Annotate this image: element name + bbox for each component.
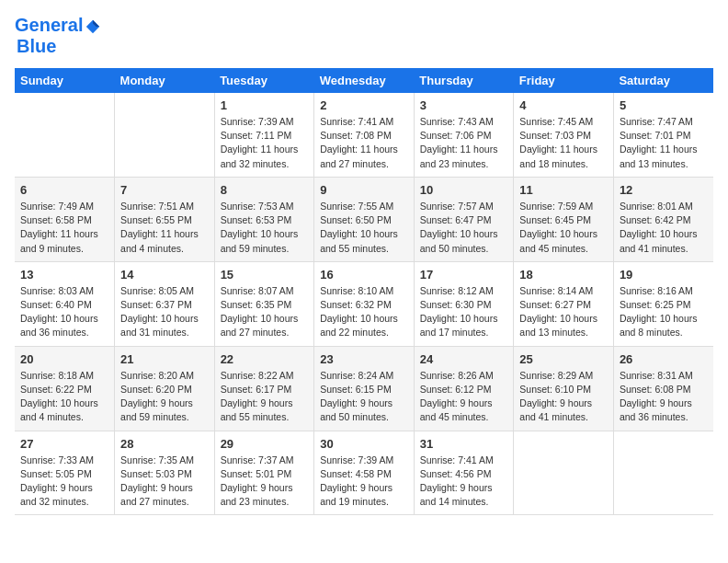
day-number: 18 bbox=[519, 268, 608, 282]
calendar-cell: 24Sunrise: 8:26 AMSunset: 6:12 PMDayligh… bbox=[414, 346, 514, 431]
calendar-cell: 14Sunrise: 8:05 AMSunset: 6:37 PMDayligh… bbox=[115, 261, 215, 346]
day-number: 11 bbox=[519, 183, 608, 197]
cell-details: Sunrise: 7:43 AMSunset: 7:06 PMDaylight:… bbox=[420, 116, 498, 169]
day-number: 17 bbox=[420, 268, 508, 282]
day-number: 3 bbox=[420, 98, 508, 112]
day-number: 6 bbox=[20, 183, 108, 197]
day-number: 9 bbox=[320, 183, 408, 197]
calendar-week-row: 6Sunrise: 7:49 AMSunset: 6:58 PMDaylight… bbox=[15, 177, 713, 261]
day-number: 24 bbox=[420, 352, 508, 366]
calendar-week-row: 20Sunrise: 8:18 AMSunset: 6:22 PMDayligh… bbox=[15, 346, 713, 431]
cell-details: Sunrise: 7:41 AMSunset: 7:08 PMDaylight:… bbox=[320, 116, 398, 169]
calendar-cell bbox=[15, 93, 115, 177]
day-number: 16 bbox=[320, 268, 408, 282]
cell-details: Sunrise: 8:03 AMSunset: 6:40 PMDaylight:… bbox=[20, 285, 98, 339]
cell-details: Sunrise: 8:18 AMSunset: 6:22 PMDaylight:… bbox=[20, 370, 98, 423]
cell-details: Sunrise: 7:35 AMSunset: 5:03 PMDaylight:… bbox=[120, 454, 194, 508]
calendar-cell: 11Sunrise: 7:59 AMSunset: 6:45 PMDayligh… bbox=[514, 177, 614, 261]
cell-details: Sunrise: 8:05 AMSunset: 6:37 PMDaylight:… bbox=[120, 285, 199, 339]
cell-details: Sunrise: 8:26 AMSunset: 6:12 PMDaylight:… bbox=[420, 370, 494, 423]
calendar-cell: 18Sunrise: 8:14 AMSunset: 6:27 PMDayligh… bbox=[514, 261, 614, 346]
calendar-cell bbox=[613, 431, 713, 515]
calendar-cell: 1Sunrise: 7:39 AMSunset: 7:11 PMDaylight… bbox=[214, 93, 314, 177]
day-number: 4 bbox=[519, 98, 608, 112]
calendar-cell: 31Sunrise: 7:41 AMSunset: 4:56 PMDayligh… bbox=[414, 431, 514, 515]
day-number: 31 bbox=[420, 437, 508, 451]
day-number: 20 bbox=[20, 352, 108, 366]
day-number: 23 bbox=[320, 352, 408, 366]
day-number: 30 bbox=[320, 437, 408, 451]
weekday-header-thursday: Thursday bbox=[414, 68, 514, 93]
calendar-cell: 16Sunrise: 8:10 AMSunset: 6:32 PMDayligh… bbox=[314, 261, 415, 346]
cell-details: Sunrise: 7:33 AMSunset: 5:05 PMDaylight:… bbox=[20, 454, 94, 508]
logo-text-blue: Blue bbox=[17, 36, 101, 57]
page-header: General Blue bbox=[15, 15, 713, 57]
cell-details: Sunrise: 7:53 AMSunset: 6:53 PMDaylight:… bbox=[221, 201, 299, 254]
cell-details: Sunrise: 8:10 AMSunset: 6:32 PMDaylight:… bbox=[320, 285, 398, 339]
cell-details: Sunrise: 8:20 AMSunset: 6:20 PMDaylight:… bbox=[120, 370, 194, 423]
day-number: 10 bbox=[420, 183, 508, 197]
calendar-cell bbox=[514, 431, 614, 515]
calendar-cell: 13Sunrise: 8:03 AMSunset: 6:40 PMDayligh… bbox=[15, 261, 115, 346]
calendar-cell: 10Sunrise: 7:57 AMSunset: 6:47 PMDayligh… bbox=[414, 177, 514, 261]
day-number: 29 bbox=[221, 437, 309, 451]
calendar-cell: 30Sunrise: 7:39 AMSunset: 4:58 PMDayligh… bbox=[314, 431, 415, 515]
day-number: 7 bbox=[120, 183, 209, 197]
day-number: 15 bbox=[221, 268, 309, 282]
calendar-cell: 12Sunrise: 8:01 AMSunset: 6:42 PMDayligh… bbox=[613, 177, 713, 261]
day-number: 8 bbox=[221, 183, 309, 197]
cell-details: Sunrise: 7:59 AMSunset: 6:45 PMDaylight:… bbox=[519, 201, 597, 254]
day-number: 1 bbox=[221, 98, 309, 112]
cell-details: Sunrise: 7:57 AMSunset: 6:47 PMDaylight:… bbox=[420, 201, 498, 254]
calendar-cell: 3Sunrise: 7:43 AMSunset: 7:06 PMDaylight… bbox=[414, 93, 514, 177]
weekday-header-row: SundayMondayTuesdayWednesdayThursdayFrid… bbox=[15, 68, 713, 93]
cell-details: Sunrise: 7:51 AMSunset: 6:55 PMDaylight:… bbox=[120, 201, 199, 254]
calendar-cell: 26Sunrise: 8:31 AMSunset: 6:08 PMDayligh… bbox=[613, 346, 713, 431]
day-number: 5 bbox=[620, 98, 708, 112]
day-number: 19 bbox=[620, 268, 708, 282]
weekday-header-wednesday: Wednesday bbox=[314, 68, 415, 93]
calendar-cell: 22Sunrise: 8:22 AMSunset: 6:17 PMDayligh… bbox=[214, 346, 314, 431]
calendar-cell: 4Sunrise: 7:45 AMSunset: 7:03 PMDaylight… bbox=[514, 93, 614, 177]
weekday-header-friday: Friday bbox=[514, 68, 614, 93]
cell-details: Sunrise: 7:49 AMSunset: 6:58 PMDaylight:… bbox=[20, 201, 98, 254]
calendar-cell: 15Sunrise: 8:07 AMSunset: 6:35 PMDayligh… bbox=[214, 261, 314, 346]
cell-details: Sunrise: 8:31 AMSunset: 6:08 PMDaylight:… bbox=[620, 370, 693, 423]
cell-details: Sunrise: 8:29 AMSunset: 6:10 PMDaylight:… bbox=[519, 370, 593, 423]
day-number: 14 bbox=[120, 268, 209, 282]
cell-details: Sunrise: 7:41 AMSunset: 4:56 PMDaylight:… bbox=[420, 454, 494, 508]
calendar-cell: 28Sunrise: 7:35 AMSunset: 5:03 PMDayligh… bbox=[115, 431, 215, 515]
calendar-cell: 9Sunrise: 7:55 AMSunset: 6:50 PMDaylight… bbox=[314, 177, 415, 261]
calendar-week-row: 1Sunrise: 7:39 AMSunset: 7:11 PMDaylight… bbox=[15, 93, 713, 177]
calendar-cell: 6Sunrise: 7:49 AMSunset: 6:58 PMDaylight… bbox=[15, 177, 115, 261]
cell-details: Sunrise: 8:22 AMSunset: 6:17 PMDaylight:… bbox=[221, 370, 294, 423]
calendar-cell bbox=[115, 93, 215, 177]
calendar-cell: 20Sunrise: 8:18 AMSunset: 6:22 PMDayligh… bbox=[15, 346, 115, 431]
cell-details: Sunrise: 7:39 AMSunset: 7:11 PMDaylight:… bbox=[221, 116, 299, 169]
cell-details: Sunrise: 8:14 AMSunset: 6:27 PMDaylight:… bbox=[519, 285, 597, 339]
calendar-cell: 8Sunrise: 7:53 AMSunset: 6:53 PMDaylight… bbox=[214, 177, 314, 261]
calendar-cell: 29Sunrise: 7:37 AMSunset: 5:01 PMDayligh… bbox=[214, 431, 314, 515]
day-number: 25 bbox=[519, 352, 608, 366]
day-number: 28 bbox=[120, 437, 209, 451]
weekday-header-monday: Monday bbox=[115, 68, 215, 93]
weekday-header-saturday: Saturday bbox=[613, 68, 713, 93]
day-number: 12 bbox=[620, 183, 708, 197]
calendar-table: SundayMondayTuesdayWednesdayThursdayFrid… bbox=[15, 68, 713, 515]
cell-details: Sunrise: 7:55 AMSunset: 6:50 PMDaylight:… bbox=[320, 201, 398, 254]
logo-text: General bbox=[15, 15, 101, 36]
cell-details: Sunrise: 7:37 AMSunset: 5:01 PMDaylight:… bbox=[221, 454, 294, 508]
cell-details: Sunrise: 8:24 AMSunset: 6:15 PMDaylight:… bbox=[320, 370, 393, 423]
calendar-cell: 21Sunrise: 8:20 AMSunset: 6:20 PMDayligh… bbox=[115, 346, 215, 431]
day-number: 26 bbox=[620, 352, 708, 366]
calendar-cell: 2Sunrise: 7:41 AMSunset: 7:08 PMDaylight… bbox=[314, 93, 415, 177]
day-number: 21 bbox=[120, 352, 209, 366]
cell-details: Sunrise: 7:47 AMSunset: 7:01 PMDaylight:… bbox=[620, 116, 698, 169]
cell-details: Sunrise: 8:12 AMSunset: 6:30 PMDaylight:… bbox=[420, 285, 498, 339]
cell-details: Sunrise: 8:16 AMSunset: 6:25 PMDaylight:… bbox=[620, 285, 698, 339]
calendar-cell: 27Sunrise: 7:33 AMSunset: 5:05 PMDayligh… bbox=[15, 431, 115, 515]
calendar-cell: 17Sunrise: 8:12 AMSunset: 6:30 PMDayligh… bbox=[414, 261, 514, 346]
calendar-cell: 7Sunrise: 7:51 AMSunset: 6:55 PMDaylight… bbox=[115, 177, 215, 261]
day-number: 22 bbox=[221, 352, 309, 366]
cell-details: Sunrise: 8:01 AMSunset: 6:42 PMDaylight:… bbox=[620, 201, 698, 254]
